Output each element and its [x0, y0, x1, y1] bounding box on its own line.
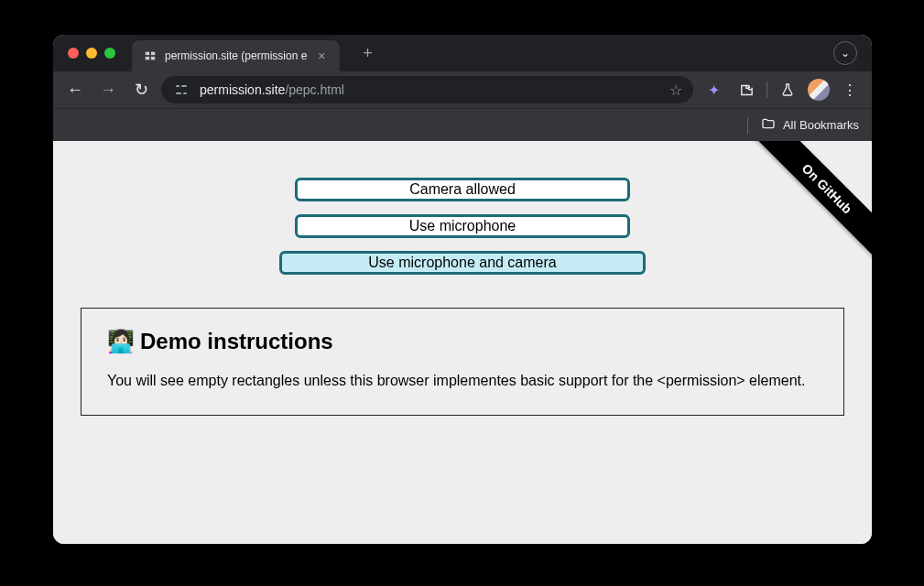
url-host: permission.site [200, 82, 285, 97]
profile-avatar[interactable] [808, 79, 830, 101]
tabs-dropdown-button[interactable]: ⌄ [833, 41, 857, 65]
forward-button[interactable]: → [95, 77, 121, 103]
demo-instructions-box: 👩🏻‍💻 Demo instructions You will see empt… [81, 308, 844, 416]
instructions-body: You will see empty rectangles unless thi… [107, 371, 818, 391]
sparkle-icon[interactable]: ✦ [701, 77, 726, 103]
address-bar[interactable]: permission.site/pepc.html ☆ [161, 76, 693, 103]
svg-rect-2 [146, 57, 149, 60]
kebab-menu-icon[interactable]: ⋮ [837, 77, 863, 103]
svg-rect-7 [183, 92, 187, 94]
instructions-title: Demo instructions [140, 329, 333, 354]
reload-icon: ↻ [135, 80, 148, 100]
permission-buttons: Camera allowed Use microphone Use microp… [53, 178, 872, 275]
browser-tab[interactable]: permission.site (permission e × [132, 40, 340, 71]
instructions-heading: 👩🏻‍💻 Demo instructions [107, 329, 818, 354]
labs-button[interactable] [775, 77, 800, 103]
toolbar-divider [766, 81, 767, 98]
tab-close-icon[interactable]: × [314, 49, 329, 63]
svg-rect-3 [151, 57, 155, 60]
new-tab-button[interactable]: + [354, 44, 380, 63]
svg-rect-6 [176, 92, 181, 94]
camera-permission-button[interactable]: Camera allowed [295, 178, 630, 201]
url-text: permission.site/pepc.html [200, 82, 660, 97]
maximize-window-button[interactable] [104, 48, 115, 59]
extensions-button[interactable] [734, 77, 759, 103]
tab-title: permission.site (permission e [165, 49, 307, 62]
bookmark-star-icon[interactable]: ☆ [669, 81, 682, 99]
arrow-right-icon: → [100, 81, 116, 100]
site-settings-icon[interactable] [172, 81, 190, 99]
all-bookmarks-button[interactable]: All Bookmarks [761, 116, 859, 134]
folder-icon [761, 116, 776, 134]
bookmark-bar: All Bookmarks [53, 108, 872, 141]
svg-rect-4 [176, 85, 179, 87]
mic-camera-permission-button[interactable]: Use microphone and camera [279, 251, 646, 275]
url-path: /pepc.html [285, 82, 344, 97]
title-bar: permission.site (permission e × + ⌄ [53, 35, 872, 71]
back-button[interactable]: ← [62, 77, 88, 103]
arrow-left-icon: ← [67, 81, 83, 100]
svg-rect-1 [151, 52, 155, 56]
bookmark-divider [747, 117, 748, 134]
svg-rect-0 [146, 52, 149, 56]
close-window-button[interactable] [68, 48, 79, 59]
browser-window: permission.site (permission e × + ⌄ ← → … [53, 35, 872, 544]
tab-favicon-icon [143, 49, 158, 63]
toolbar: ← → ↻ permission.site/pepc.html ☆ ✦ ⋮ [53, 71, 872, 108]
window-controls [68, 48, 115, 59]
page-content: On GitHub Camera allowed Use microphone … [53, 141, 872, 544]
chevron-down-icon: ⌄ [841, 47, 850, 60]
svg-rect-5 [181, 85, 187, 87]
microphone-permission-button[interactable]: Use microphone [295, 214, 630, 238]
all-bookmarks-label: All Bookmarks [783, 118, 859, 132]
developer-emoji-icon: 👩🏻‍💻 [107, 329, 135, 354]
minimize-window-button[interactable] [86, 48, 97, 59]
reload-button[interactable]: ↻ [128, 77, 154, 103]
